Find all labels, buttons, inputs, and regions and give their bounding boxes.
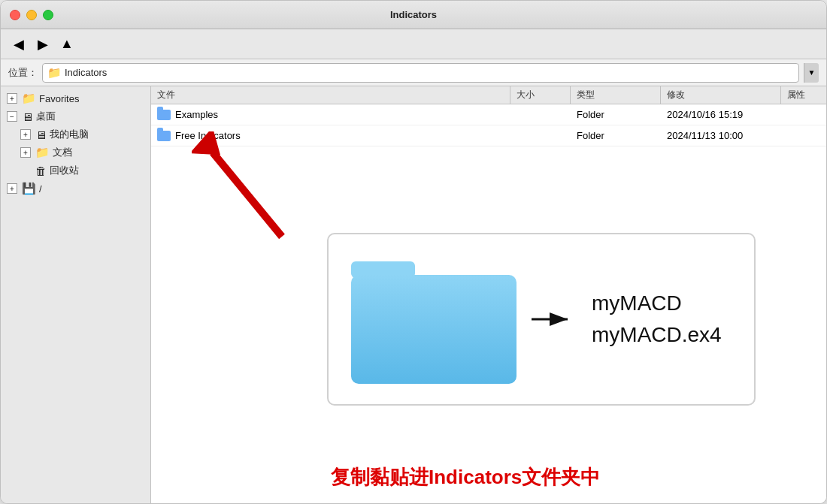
- file-name-cell-examples: Examples: [151, 109, 510, 120]
- up-button[interactable]: ▲: [58, 35, 76, 53]
- maximize-button[interactable]: [43, 10, 53, 20]
- docs-label: 文档: [53, 146, 72, 159]
- root-icon: 💾: [22, 182, 36, 195]
- minimize-button[interactable]: [26, 10, 37, 20]
- file-type-examples: Folder: [571, 109, 661, 120]
- file-modified-examples: 2024/10/16 15:19: [661, 109, 781, 120]
- forward-button[interactable]: ▶: [34, 35, 52, 53]
- mypc-icon: 🖥: [35, 128, 47, 141]
- folder-icon-free-indicators: [157, 131, 171, 141]
- filename-examples: Examples: [175, 109, 218, 120]
- window-title: Indicators: [390, 9, 437, 20]
- file-list-header: 文件 大小 类型 修改 属性: [151, 86, 826, 104]
- trash-icon: 🗑: [35, 164, 47, 177]
- filename-free-indicators: Free Indicators: [175, 130, 241, 141]
- expand-mypc[interactable]: +: [20, 129, 31, 140]
- sidebar-item-desktop[interactable]: − 🖥 桌面: [1, 107, 150, 125]
- root-label: /: [39, 183, 42, 195]
- locationbar: 位置： 📁 Indicators ▼: [1, 59, 826, 86]
- toolbar: ◀ ▶ ▲: [1, 29, 826, 59]
- expand-desktop[interactable]: −: [7, 111, 17, 122]
- expand-root[interactable]: +: [7, 183, 17, 194]
- col-header-modified: 修改: [661, 86, 781, 104]
- col-header-size: 大小: [510, 86, 571, 104]
- sidebar-item-root[interactable]: + 💾 /: [1, 180, 150, 198]
- path-folder-icon: 📁: [47, 66, 62, 80]
- location-dropdown-button[interactable]: ▼: [804, 63, 819, 83]
- table-row[interactable]: Examples Folder 2024/10/16 15:19: [151, 104, 826, 125]
- main-content: + 📁 Favorites − 🖥 桌面 + 🖥 我的电脑 + 📁 文档: [1, 86, 826, 503]
- desktop-label: 桌面: [36, 110, 56, 123]
- expand-docs[interactable]: +: [20, 147, 31, 158]
- sidebar-item-mypc[interactable]: + 🖥 我的电脑: [1, 125, 150, 143]
- file-type-free-indicators: Folder: [571, 130, 661, 141]
- back-button[interactable]: ◀: [10, 35, 28, 53]
- folder-icon-examples: [157, 110, 171, 120]
- titlebar: Indicators: [1, 1, 826, 29]
- expand-favorites[interactable]: +: [7, 93, 17, 104]
- col-header-type: 类型: [571, 86, 661, 104]
- sidebar-item-trash[interactable]: 🗑 回收站: [1, 161, 150, 180]
- mypc-label: 我的电脑: [50, 128, 89, 141]
- favorites-label: Favorites: [39, 93, 79, 104]
- location-path-bar[interactable]: 📁 Indicators: [42, 63, 799, 83]
- trash-label: 回收站: [50, 164, 79, 177]
- location-path-text: Indicators: [65, 67, 794, 78]
- col-header-attrs: 属性: [781, 86, 826, 104]
- favorites-icon: 📁: [22, 92, 36, 105]
- docs-icon: 📁: [35, 146, 50, 159]
- sidebar-item-docs[interactable]: + 📁 文档: [1, 143, 150, 161]
- traffic-lights: [10, 10, 53, 20]
- file-modified-free-indicators: 2024/11/13 10:00: [661, 130, 781, 141]
- table-row[interactable]: Free Indicators Folder 2024/11/13 10:00: [151, 125, 826, 146]
- desktop-icon: 🖥: [22, 110, 33, 123]
- window: Indicators ◀ ▶ ▲ 位置： 📁 Indicators ▼ + 📁 …: [0, 0, 827, 504]
- sidebar: + 📁 Favorites − 🖥 桌面 + 🖥 我的电脑 + 📁 文档: [1, 86, 151, 503]
- file-name-cell-free-indicators: Free Indicators: [151, 130, 510, 141]
- file-list: 文件 大小 类型 修改 属性 Examples Folder 2024/10/1…: [151, 86, 826, 503]
- close-button[interactable]: [10, 10, 20, 20]
- location-label: 位置：: [8, 66, 38, 80]
- col-header-name: 文件: [151, 86, 510, 104]
- sidebar-item-favorites[interactable]: + 📁 Favorites: [1, 89, 150, 107]
